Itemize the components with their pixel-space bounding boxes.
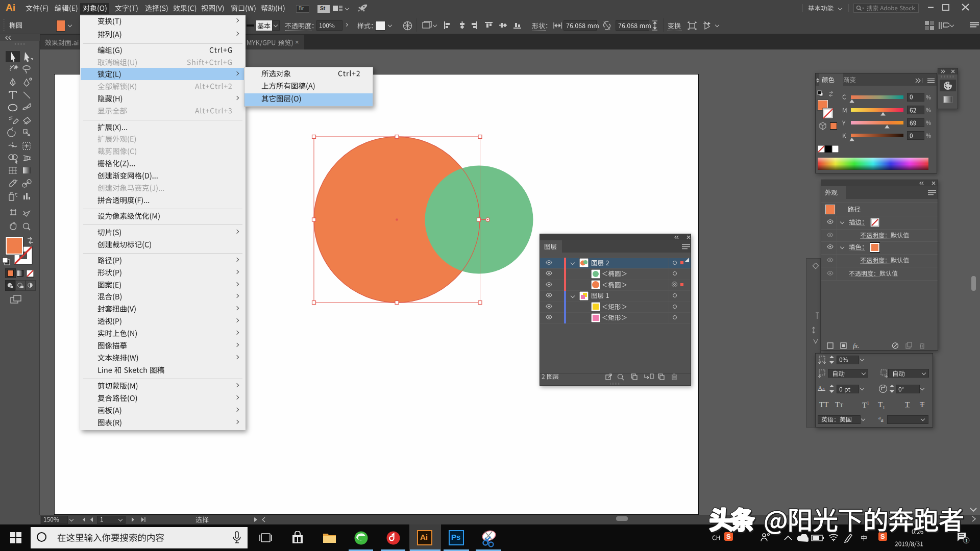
svg-text:1: 1 bbox=[965, 538, 968, 543]
